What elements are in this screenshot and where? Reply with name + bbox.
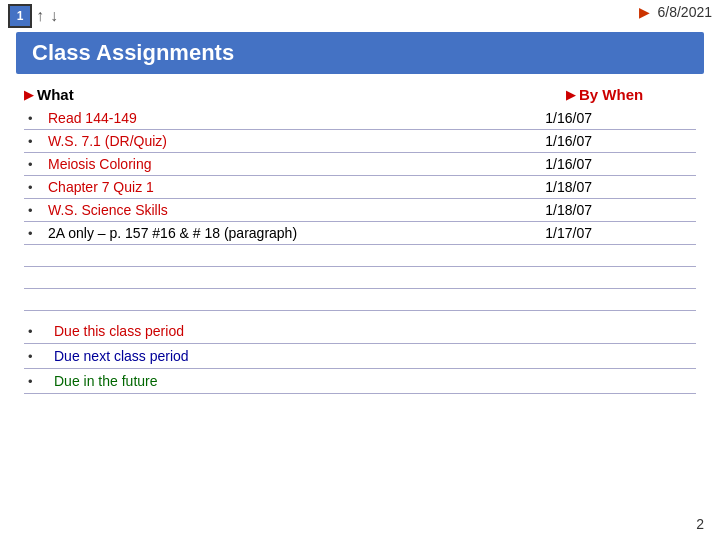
nav-arrows: ↑ ↓ [36,7,58,25]
legend-text: Due in the future [54,373,158,389]
by-when-text: By When [579,86,643,103]
table-row: •W.S. 7.1 (DR/Quiz)1/16/07 [24,130,696,153]
legend-text: Due this class period [54,323,184,339]
page-number: 2 [696,516,704,532]
date-cell: 1/18/07 [541,176,696,199]
legend-text: Due next class period [54,348,189,364]
legend-item: •Due in the future [24,369,696,394]
task-cell: 2A only – p. 157 #16 & # 18 (paragraph) [44,222,541,245]
bullet-cell: • [24,176,44,199]
table-row: •Chapter 7 Quiz 11/18/07 [24,176,696,199]
legend-item: •Due next class period [24,344,696,369]
task-cell: W.S. 7.1 (DR/Quiz) [44,130,541,153]
task-cell: W.S. Science Skills [44,199,541,222]
section-header: ▶ What ▶ By When [24,86,696,103]
task-cell: Read 144-149 [44,107,541,130]
date-cell: 1/16/07 [541,130,696,153]
bullet-cell: • [24,153,44,176]
date-cell: 1/16/07 [541,107,696,130]
spacer-row [24,267,696,289]
next-arrow[interactable]: ↓ [50,7,58,25]
date-display: 6/8/2021 [658,4,713,20]
date-cell: 1/16/07 [541,153,696,176]
legend-bullet: • [28,349,48,364]
table-row: •Meiosis Coloring1/16/07 [24,153,696,176]
task-cell: Chapter 7 Quiz 1 [44,176,541,199]
slide-icon: 1 [8,4,32,28]
legend-section: •Due this class period•Due next class pe… [24,319,696,394]
legend-item: •Due this class period [24,319,696,344]
bullet-cell: • [24,130,44,153]
legend-bullet: • [28,374,48,389]
page-container: Class Assignments ▶ What ▶ By When •Read… [0,24,720,406]
what-triangle: ▶ [24,88,33,102]
play-icon[interactable]: ▶ [639,4,650,20]
prev-arrow[interactable]: ↑ [36,7,44,25]
bullet-cell: • [24,222,44,245]
table-row: •2A only – p. 157 #16 & # 18 (paragraph)… [24,222,696,245]
spacer-row [24,245,696,267]
date-cell: 1/18/07 [541,199,696,222]
legend-bullet: • [28,324,48,339]
bullet-cell: • [24,199,44,222]
page-title: Class Assignments [32,40,234,65]
table-row: •Read 144-1491/16/07 [24,107,696,130]
task-cell: Meiosis Coloring [44,153,541,176]
header-bar: Class Assignments [16,32,704,74]
by-when-triangle: ▶ [566,88,575,102]
bullet-cell: • [24,107,44,130]
by-when-label: ▶ By When [566,86,696,103]
top-bar: 1 ↑ ↓ ▶ 6/8/2021 [0,0,720,24]
spacer-row [24,289,696,311]
date-cell: 1/17/07 [541,222,696,245]
assignments-table: •Read 144-1491/16/07•W.S. 7.1 (DR/Quiz)1… [24,107,696,311]
what-label: ▶ What [24,86,566,103]
top-bar-left: 1 ↑ ↓ [8,4,58,28]
what-text: What [37,86,74,103]
table-row: •W.S. Science Skills1/18/07 [24,199,696,222]
content-area: ▶ What ▶ By When •Read 144-1491/16/07•W.… [16,82,704,398]
